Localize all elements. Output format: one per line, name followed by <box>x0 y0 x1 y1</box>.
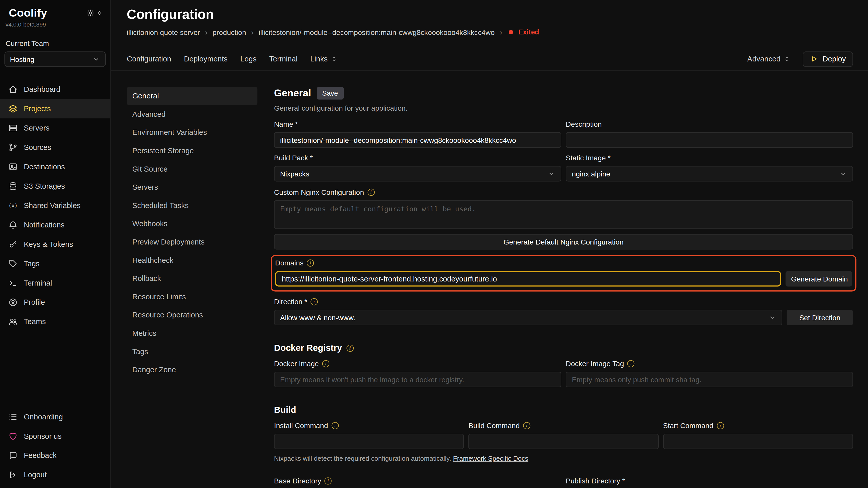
subnav-item-healthcheck[interactable]: Healthcheck <box>127 251 257 269</box>
theme-switcher[interactable] <box>86 9 102 17</box>
start-command-input[interactable] <box>663 434 853 449</box>
subnav-item-servers[interactable]: Servers <box>127 178 257 197</box>
sidebar-item-label: Notifications <box>24 221 65 229</box>
docker-image-tag-label: Docker Image Tag <box>566 359 624 368</box>
subnav-item-environment-variables[interactable]: Environment Variables <box>127 123 257 142</box>
sidebar-item-s3-storages[interactable]: S3 Storages <box>0 176 110 196</box>
subnav-item-metrics[interactable]: Metrics <box>127 324 257 343</box>
subnav-item-resource-operations[interactable]: Resource Operations <box>127 306 257 324</box>
breadcrumb-project[interactable]: illicitonion quote server <box>127 28 200 36</box>
subnav-item-tags[interactable]: Tags <box>127 343 257 361</box>
deploy-button[interactable]: Deploy <box>803 51 853 67</box>
sidebar-item-label: Destinations <box>24 163 65 171</box>
section-title-docker-registry: Docker Registry <box>274 343 342 353</box>
generate-nginx-config-button[interactable]: Generate Default Nginx Configuration <box>274 234 853 250</box>
subnav-item-scheduled-tasks[interactable]: Scheduled Tasks <box>127 196 257 215</box>
sidebar-item-dashboard[interactable]: Dashboard <box>0 79 110 99</box>
tab-links[interactable]: Links <box>310 55 338 63</box>
subnav-item-preview-deployments[interactable]: Preview Deployments <box>127 233 257 251</box>
sidebar-item-tags[interactable]: Tags <box>0 254 110 273</box>
name-input[interactable] <box>274 132 561 148</box>
build-command-input[interactable] <box>468 434 658 449</box>
app-logo[interactable]: Coolify <box>9 7 47 20</box>
start-command-label: Start Command <box>663 421 713 430</box>
info-icon[interactable] <box>322 360 330 367</box>
static-image-value: nginx:alpine <box>572 169 610 178</box>
tab-configuration[interactable]: Configuration <box>127 55 171 63</box>
advanced-dropdown[interactable]: Advanced <box>747 55 790 63</box>
sidebar-item-sources[interactable]: Sources <box>0 138 110 157</box>
custom-nginx-label: Custom Nginx Configuration <box>274 188 364 197</box>
set-direction-button[interactable]: Set Direction <box>786 310 853 325</box>
subnav-item-git-source[interactable]: Git Source <box>127 160 257 178</box>
sidebar-item-sponsor-us[interactable]: Sponsor us <box>0 427 110 446</box>
team-select[interactable]: Hosting <box>4 52 105 67</box>
info-icon[interactable] <box>367 189 375 196</box>
subnav-item-resource-limits[interactable]: Resource Limits <box>127 288 257 306</box>
info-icon[interactable] <box>332 422 339 429</box>
sidebar-item-terminal[interactable]: Terminal <box>0 273 110 293</box>
sidebar-item-feedback[interactable]: Feedback <box>0 446 110 465</box>
sidebar-item-destinations[interactable]: Destinations <box>0 157 110 176</box>
install-command-input[interactable] <box>274 434 464 449</box>
info-icon[interactable] <box>311 298 318 305</box>
subnav-item-advanced[interactable]: Advanced <box>127 105 257 123</box>
sidebar-item-shared-variables[interactable]: (x) Shared Variables <box>0 196 110 215</box>
domains-input[interactable] <box>275 271 781 287</box>
subnav-item-general[interactable]: General <box>127 87 257 105</box>
chevron-right-icon <box>500 28 502 36</box>
info-icon[interactable] <box>717 422 724 429</box>
sidebar-item-keys-tokens[interactable]: Keys & Tokens <box>0 234 110 254</box>
app-version: v4.0.0-beta.399 <box>0 20 110 28</box>
build-pack-select[interactable]: Nixpacks <box>274 166 561 182</box>
generate-domain-button[interactable]: Generate Domain <box>785 271 852 287</box>
sidebar-item-logout[interactable]: Logout <box>0 465 110 485</box>
info-icon[interactable] <box>307 260 314 267</box>
tabbar: Configuration Deployments Logs Terminal … <box>111 48 868 71</box>
tab-terminal[interactable]: Terminal <box>269 55 298 63</box>
info-icon[interactable] <box>324 477 332 484</box>
sidebar-item-onboarding[interactable]: Onboarding <box>0 407 110 427</box>
sidebar-item-teams[interactable]: Teams <box>0 312 110 331</box>
page-title: Configuration <box>127 7 853 22</box>
subnav-item-webhooks[interactable]: Webhooks <box>127 215 257 233</box>
sidebar-item-servers[interactable]: Servers <box>0 118 110 138</box>
sidebar-item-projects[interactable]: Projects <box>0 99 110 118</box>
layers-icon <box>8 104 18 113</box>
current-team-label: Current Team <box>0 28 110 47</box>
info-icon[interactable] <box>627 360 634 367</box>
section-title-build: Build <box>274 405 296 415</box>
git-branch-icon <box>8 143 18 152</box>
tab-links-label: Links <box>310 55 328 63</box>
subnav-item-rollback[interactable]: Rollback <box>127 269 257 288</box>
breadcrumb-application[interactable]: illicitestonion/-module--decomposition:m… <box>259 28 495 36</box>
sidebar-item-label: Logout <box>24 471 47 479</box>
chevrons-up-down-icon <box>96 10 102 16</box>
base-directory-label: Base Directory <box>274 477 321 485</box>
nixpacks-note: Nixpacks will detect the required config… <box>274 455 451 462</box>
info-icon[interactable] <box>346 345 353 352</box>
static-image-select[interactable]: nginx:alpine <box>566 166 853 182</box>
sidebar-item-profile[interactable]: Profile <box>0 293 110 312</box>
sidebar-item-notifications[interactable]: Notifications <box>0 215 110 234</box>
docker-image-input[interactable] <box>274 372 561 387</box>
deploy-label: Deploy <box>823 55 846 63</box>
info-icon[interactable] <box>523 422 530 429</box>
framework-docs-link[interactable]: Framework Specific Docs <box>453 455 528 462</box>
tab-deployments[interactable]: Deployments <box>184 55 227 63</box>
docker-image-tag-input[interactable] <box>566 372 853 387</box>
direction-select[interactable]: Allow www & non-www. <box>274 310 782 325</box>
domains-section: Domains Generate Domain <box>271 255 856 291</box>
sidebar-item-label: Tags <box>24 260 39 268</box>
save-button[interactable]: Save <box>317 87 343 100</box>
home-icon <box>8 85 18 94</box>
custom-nginx-textarea[interactable] <box>274 200 853 229</box>
tab-logs[interactable]: Logs <box>240 55 257 63</box>
description-label: Description <box>566 120 853 129</box>
breadcrumb-environment[interactable]: production <box>213 28 246 36</box>
image-frame-icon <box>8 162 18 171</box>
subnav-item-danger-zone[interactable]: Danger Zone <box>127 361 257 379</box>
subnav-item-persistent-storage[interactable]: Persistent Storage <box>127 141 257 160</box>
section-title-general: General <box>274 88 311 99</box>
description-input[interactable] <box>566 132 853 148</box>
